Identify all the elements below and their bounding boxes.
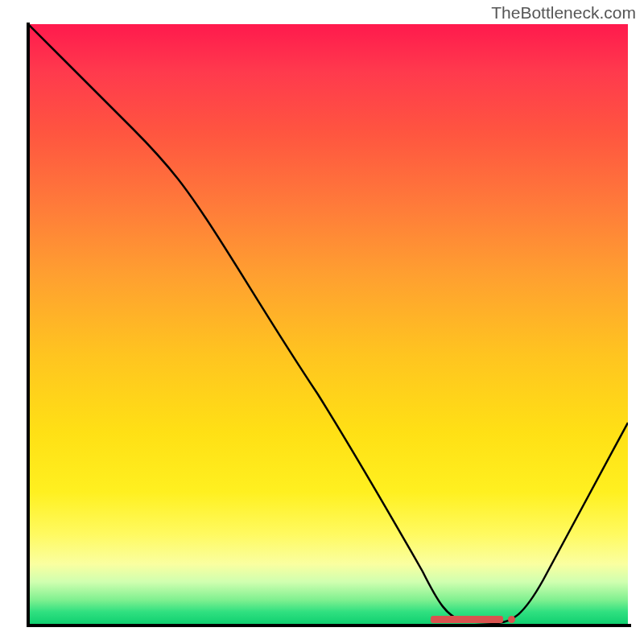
optimal-range-marker bbox=[431, 616, 503, 623]
watermark-label: TheBottleneck.com bbox=[491, 3, 636, 23]
x-axis bbox=[27, 624, 631, 627]
bottleneck-curve bbox=[28, 24, 628, 624]
chart-container: TheBottleneck.com bbox=[0, 0, 644, 644]
optimal-range-marker-dot bbox=[508, 616, 515, 623]
plot-area bbox=[28, 24, 628, 624]
curve-path bbox=[28, 24, 628, 623]
